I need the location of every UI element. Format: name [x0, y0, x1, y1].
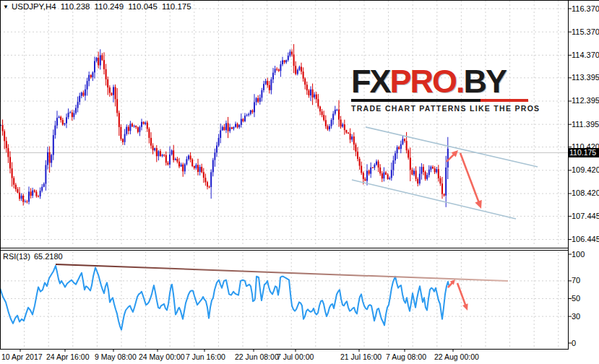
symbol-timeframe-label: USDJPY,H4	[12, 2, 56, 11]
logo-by: BY	[464, 63, 507, 100]
price-axis-label: 107.445	[572, 212, 599, 220]
time-axis-label: 21 Jul 16:00	[340, 352, 382, 361]
forecast-arrows	[447, 150, 482, 209]
fxpro-logo-text: FXPRO.BY	[351, 65, 528, 98]
price-axis-label: 106.445	[572, 235, 599, 243]
logo-tagline: TRADE CHART PATTERNS LIKE THE PROS	[351, 104, 528, 113]
time-axis-label: 9 May 08:00	[95, 352, 137, 361]
time-axis-label: 24 May 00:00	[139, 352, 185, 361]
logo-divider-line	[351, 99, 528, 102]
price-arrow-down	[460, 153, 479, 203]
time-axis-label: 7 Jul 00:00	[277, 352, 314, 361]
quote-close: 110.175	[162, 2, 191, 11]
logo-fx: FX	[351, 63, 390, 100]
price-axis-label: 111.395	[572, 120, 599, 129]
price-axis-label: 109.420	[572, 165, 599, 174]
main-chart[interactable]	[0, 0, 599, 364]
quote-open: 110.238	[61, 2, 90, 11]
time-axis-label: 7 Jun 16:00	[186, 352, 225, 361]
channel-lower-line[interactable]	[352, 180, 516, 219]
rsi-axis-label: 70	[572, 276, 580, 285]
current-price-tag: 110.175	[568, 148, 599, 157]
price-arrow-down-head	[475, 200, 481, 209]
rsi-arrow-down-head	[462, 303, 468, 311]
time-axis-label: 24 Apr 16:00	[46, 352, 90, 361]
axis-ticks	[20, 9, 572, 352]
grid-layer	[0, 1, 568, 347]
rsi-axis-label: 100	[572, 250, 585, 259]
rsi-line	[0, 266, 449, 330]
panel-borders	[0, 0, 599, 350]
time-axis-label: 22 Jun 08:00	[235, 352, 279, 361]
quote-low: 110.045	[128, 2, 158, 11]
symbol-dropdown-caret[interactable]: ▼	[3, 4, 9, 10]
rsi-forecast-arrows	[448, 280, 468, 311]
chart-window: ▼USDJPY,H4110.238110.249110.045110.175 F…	[0, 0, 599, 364]
chart-title: ▼USDJPY,H4110.238110.249110.045110.175	[3, 2, 191, 11]
time-axis-label: 7 Aug 08:00	[386, 352, 426, 361]
rsi-name: RSI(13)	[3, 252, 30, 261]
price-axis-label: 116.370	[572, 4, 599, 13]
price-axis-label: 115.370	[572, 27, 599, 36]
time-axis-label: 22 Aug 00:00	[434, 352, 479, 361]
fxpro-watermark: FXPRO.BY TRADE CHART PATTERNS LIKE THE P…	[351, 65, 528, 113]
logo-pro: PRO.	[390, 63, 464, 100]
rsi-trendline[interactable]	[56, 264, 508, 281]
time-axis-label: 10 Apr 2017	[1, 352, 43, 361]
rsi-axis-label: 0	[572, 339, 576, 347]
price-axis-label: 113.395	[572, 73, 599, 82]
rsi-indicator-label: RSI(13)65.2180	[3, 252, 63, 261]
rsi-axis-label: 50	[572, 294, 580, 303]
rsi-axis-label: 30	[572, 312, 580, 321]
price-axis-label: 112.395	[572, 96, 599, 105]
price-axis-label: 114.370	[572, 51, 599, 59]
quote-high: 110.249	[94, 2, 124, 11]
price-axis-label: 108.420	[572, 188, 599, 197]
rsi-value: 65.2180	[34, 252, 63, 261]
